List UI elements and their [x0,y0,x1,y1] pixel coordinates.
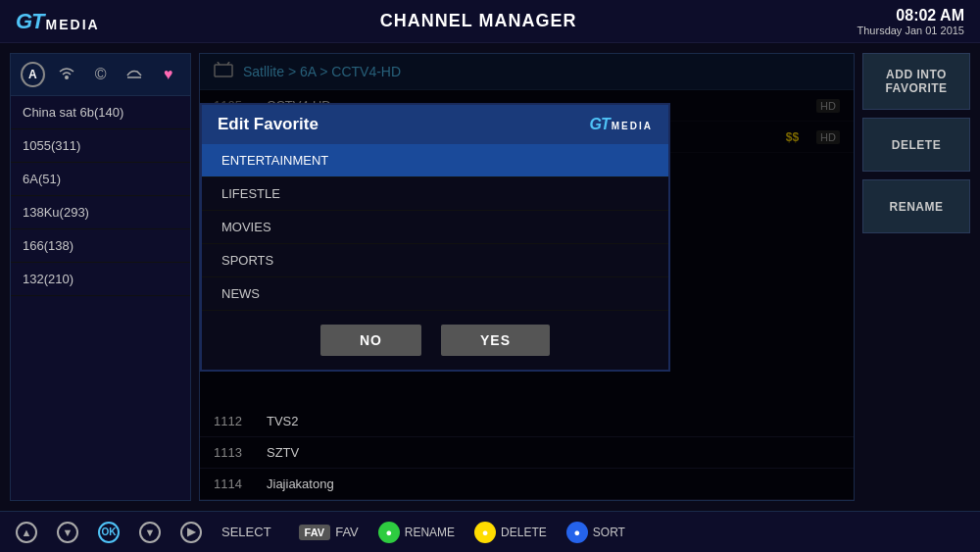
edit-favorite-dialog: Edit Favorite GT MEDIA ENTERTAINMENT LIF… [200,103,670,372]
dialog-logo: GT MEDIA [590,116,653,133]
dialog-body: ENTERTAINMENT LIFESTLE MOVIES SPORTS NEW… [202,144,668,311]
channel-number: 1114 [214,477,253,491]
copyright-icon[interactable]: © [88,62,113,87]
footer-select-label: SELECT [221,525,271,539]
channel-row[interactable]: 1112 TVS2 [200,406,854,437]
all-icon[interactable]: A [21,62,45,87]
list-item[interactable]: 132(210) [11,263,190,296]
channel-number: 1113 [214,445,253,460]
channels-below-dialog: 1112 TVS2 1113 SZTV 1114 Jiajiakatong [200,406,854,500]
footer-nav-down[interactable]: ▼ [57,522,78,543]
channel-name: Jiajiakatong [267,477,840,491]
channel-name: TVS2 [267,414,840,428]
sidebar-icon-bar: A © ♥ [11,54,190,96]
channel-name: SZTV [267,445,840,460]
yellow-dot-icon: ● [474,522,496,543]
page-title: CHANNEL MANAGER [380,11,577,31]
list-item[interactable]: 6A(51) [11,163,190,196]
satellite-list: China sat 6b(140) 1055(311) 6A(51) 138Ku… [11,96,190,296]
footer-scroll-down[interactable]: ▼ [139,522,161,543]
logo-gt: GT [16,9,44,34]
add-into-favorite-button[interactable]: ADD INTO FAVORITE [862,53,970,110]
sort-footer-label: SORT [593,526,625,539]
favorite-icon[interactable]: ♥ [156,62,180,87]
dialog-item-entertainment[interactable]: ENTERTAINMENT [202,144,668,177]
list-item[interactable]: China sat 6b(140) [11,96,190,129]
channel-content: Satllite > 6A > CCTV4-HD 1105 CCTV4-HD H… [199,53,855,501]
header: GT MEDIA CHANNEL MANAGER 08:02 AM Thursd… [0,0,980,43]
right-icon[interactable]: ▶ [180,522,202,543]
yes-button[interactable]: YES [441,325,550,356]
svg-point-0 [65,75,69,79]
scroll-down-icon[interactable]: ▼ [139,522,161,543]
dialog-item-movies[interactable]: MOVIES [202,211,668,244]
footer: ▲ ▼ OK ▼ ▶ SELECT FAV FAV ● RENAME ● DEL… [0,511,980,552]
clock: 08:02 AM [858,7,964,25]
logo: GT MEDIA [16,9,100,34]
up-icon[interactable]: ▲ [16,522,37,543]
down-icon[interactable]: ▼ [57,522,78,543]
footer-nav-up[interactable]: ▲ [16,522,37,543]
footer-delete[interactable]: ● DELETE [474,522,547,543]
scrambled-icon[interactable] [122,62,147,87]
delete-footer-label: DELETE [501,526,547,539]
list-item[interactable]: 138Ku(293) [11,196,190,229]
channel-row[interactable]: 1114 Jiajiakatong [200,469,854,500]
footer-ok[interactable]: OK [98,522,120,543]
delete-button[interactable]: DELETE [862,118,970,172]
rename-footer-label: RENAME [405,526,455,539]
dialog-title: Edit Favorite [218,115,318,134]
dialog-item-sports[interactable]: SPORTS [202,244,668,277]
footer-right[interactable]: ▶ [180,522,202,543]
list-item[interactable]: 1055(311) [11,129,190,163]
channel-number: 1112 [214,414,253,428]
sidebar: A © ♥ China sat 6b(140) 1055(311) 6A(51)… [10,53,191,501]
ok-icon[interactable]: OK [98,522,120,543]
list-item[interactable]: 166(138) [11,229,190,263]
footer-rename[interactable]: ● RENAME [378,522,455,543]
footer-fav[interactable]: FAV FAV [299,525,359,540]
dialog-logo-gt: GT [590,116,610,133]
channel-row[interactable]: 1113 SZTV [200,437,854,469]
blue-dot-icon: ● [566,522,588,543]
logo-media: MEDIA [46,17,100,32]
fav-icon[interactable]: FAV [299,525,331,540]
dialog-logo-media: MEDIA [612,121,653,131]
dialog-item-lifestyle[interactable]: LIFESTLE [202,177,668,211]
rename-button[interactable]: RENAME [862,179,970,233]
dialog-header: Edit Favorite GT MEDIA [202,105,668,144]
select-text: SELECT [221,525,271,539]
green-dot-icon: ● [378,522,400,543]
signal-icon[interactable] [55,62,79,87]
channel-list-bottom: 1112 TVS2 1113 SZTV 1114 Jiajiakatong [200,406,854,500]
no-button[interactable]: NO [320,325,421,356]
main-area: A © ♥ China sat 6b(140) 1055(311) 6A(51)… [0,43,980,511]
right-panel: ADD INTO FAVORITE DELETE RENAME [862,53,970,501]
fav-label: FAV [335,525,359,539]
date: Thursday Jan 01 2015 [858,25,964,36]
dialog-buttons: NO YES [202,311,668,370]
footer-sort[interactable]: ● SORT [566,522,625,543]
header-time: 08:02 AM Thursday Jan 01 2015 [858,7,964,36]
dialog-item-news[interactable]: NEWS [202,277,668,311]
